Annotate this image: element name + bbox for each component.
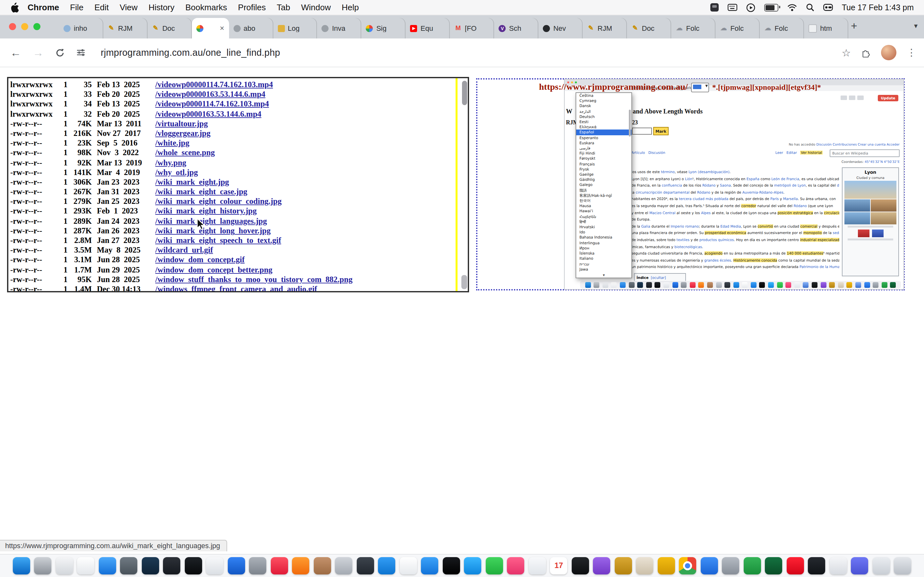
dock-icon-terminal[interactable] [357,557,374,574]
dock-icon-calendar[interactable]: 17 [550,557,567,574]
minimize-button[interactable] [21,23,28,30]
dock-icon-app-pink[interactable] [507,557,525,574]
menu-item-bookmarks[interactable]: Bookmarks [186,3,227,12]
menu-bar-clock[interactable]: Tue 17 Feb 1:43 pm [842,3,914,12]
tab-search-chevron-icon[interactable]: ▾ [914,22,918,30]
file-link[interactable]: /wiki_mark_eight_colour_coding.jpg [155,197,282,207]
file-link[interactable]: /white.jpg [155,139,189,148]
file-link[interactable]: /wiki_mark_eight_case.jpg [155,187,247,197]
file-link[interactable]: /wiki_mark_eight_history.jpg [155,207,257,216]
browser-tab[interactable]: VSch [494,18,539,39]
dock-icon-tv[interactable] [443,557,460,574]
dock-icon-podcasts[interactable] [593,557,611,574]
screen-mirroring-icon[interactable] [710,3,719,11]
zoom-button[interactable] [33,23,40,30]
browser-tab[interactable]: Nev [539,18,583,39]
dock-icon-firefox[interactable] [292,557,310,574]
tab-close-icon[interactable]: × [220,24,224,32]
spotlight-icon[interactable] [806,3,814,11]
dock-icon-mail[interactable] [99,557,116,574]
browser-tab[interactable]: htm [804,18,848,39]
dock-icon-photos-2[interactable] [400,557,417,574]
file-link[interactable]: /videowp0000114.74.162.103.mp4 [155,100,269,109]
dock-icon-app-gold[interactable] [615,557,632,574]
browser-tab[interactable]: Log [273,18,317,39]
menu-item-window[interactable]: Window [301,3,331,12]
file-link[interactable]: /window_dom_concept_better.png [155,265,272,275]
dock-icon-app-steel[interactable] [722,557,740,574]
browser-tab[interactable]: Inva [317,18,362,39]
scrollbar-thumb[interactable] [462,81,467,105]
dock-icon-music[interactable] [271,557,288,574]
back-button[interactable]: ← [10,47,21,58]
dock-icon-books[interactable] [314,557,331,574]
browser-tab[interactable]: ▶Equ [406,18,450,39]
file-link[interactable]: /window_dom_concept.gif [155,255,245,265]
browser-tab[interactable]: ☁Folc [716,18,760,39]
dock-icon-app-forest[interactable] [765,557,782,574]
file-link[interactable]: /videowp00000163.53.144.6.mp4 [155,90,265,99]
browser-tab[interactable]: M[FO [450,18,494,39]
dock-icon-app-grey[interactable] [120,557,137,574]
file-link[interactable]: /windows_ffmpeg_front_camera_and_audio.g… [155,285,317,292]
browser-menu-icon[interactable]: ⋮ [907,47,916,58]
active-app-name[interactable]: Chrome [27,3,59,12]
dock-icon-messages[interactable] [486,557,503,574]
dock-icon-chrome[interactable] [679,557,696,574]
file-link[interactable]: /wiki_mark_eight_long_hover.jpg [155,226,271,236]
preview-language-select[interactable]: ▾ [691,82,709,92]
browser-tab[interactable]: ✎Doc [148,18,192,39]
profile-avatar[interactable] [881,45,897,60]
dock-icon-launchpad[interactable] [56,557,73,574]
file-link[interactable]: /wiki_mark_eight_speech_to_text.gif [155,236,281,245]
menu-item-edit[interactable]: Edit [94,3,109,12]
file-link[interactable]: /why.png [155,158,186,168]
image-hover-preview[interactable]: https://www.rjmprogramming.com.au/ ▾ *.[… [476,78,905,290]
dock-icon-app-black[interactable] [185,557,202,574]
dock-icon-app-white[interactable] [206,557,224,574]
dock-icon-app-amber[interactable] [658,557,675,574]
browser-tab[interactable]: Sig [362,18,406,39]
wifi-icon[interactable] [787,3,797,11]
menu-item-profiles[interactable]: Profiles [238,3,266,12]
battery-icon[interactable] [764,3,779,11]
keyboard-icon[interactable] [728,4,737,11]
dock-icon-app-azure[interactable] [378,557,396,574]
file-link[interactable]: /videowp00000114.74.162.103.mp4 [155,80,273,90]
file-link[interactable]: /why_otl.jpg [155,168,198,177]
dock-icon-app-violet[interactable] [851,557,869,574]
browser-tab[interactable]: inho [59,18,103,39]
dock-icon-app-dark-2[interactable] [572,557,589,574]
reload-button[interactable] [55,48,65,57]
dock-icon-trash[interactable] [894,557,911,574]
new-tab-button[interactable]: + [851,20,857,33]
dock-icon-app-charcoal[interactable] [808,557,825,574]
file-link[interactable]: /wiki_mark_eight.jpg [155,177,229,187]
play-icon[interactable] [746,3,755,12]
file-link[interactable]: /virtualtour.jpg [155,119,208,129]
menu-item-tab[interactable]: Tab [277,3,290,12]
dock-icon-app-silver[interactable] [249,557,267,574]
dock-icon-zoom[interactable] [701,557,718,574]
menu-item-help[interactable]: Help [342,3,359,12]
dock-icon-app-code[interactable] [830,557,847,574]
browser-tab[interactable]: × [192,18,229,39]
menu-item-file[interactable]: File [70,3,83,12]
dock-icon-app-dark[interactable] [163,557,181,574]
dock-icon-safari[interactable] [464,557,481,574]
browser-tab[interactable]: ☁Folc [760,18,804,39]
forward-button[interactable]: → [33,47,44,58]
extensions-icon[interactable] [861,48,871,57]
dock-icon-app-light[interactable] [335,557,352,574]
browser-tab[interactable]: ✎RJM [583,18,627,39]
browser-tab[interactable]: ✎RJM [103,18,148,39]
dock-icon-app-green[interactable] [744,557,761,574]
dock-icon-app-blue[interactable] [228,557,245,574]
dock-icon-photos[interactable] [78,557,95,574]
control-center-icon[interactable] [823,4,833,11]
menu-item-view[interactable]: View [120,3,137,12]
dock-icon-app-store[interactable] [421,557,439,574]
close-button[interactable] [9,23,16,30]
file-link[interactable]: /wiki_mark_eight_languages.jpg [155,216,267,226]
dock-icon-opera[interactable] [787,557,804,574]
